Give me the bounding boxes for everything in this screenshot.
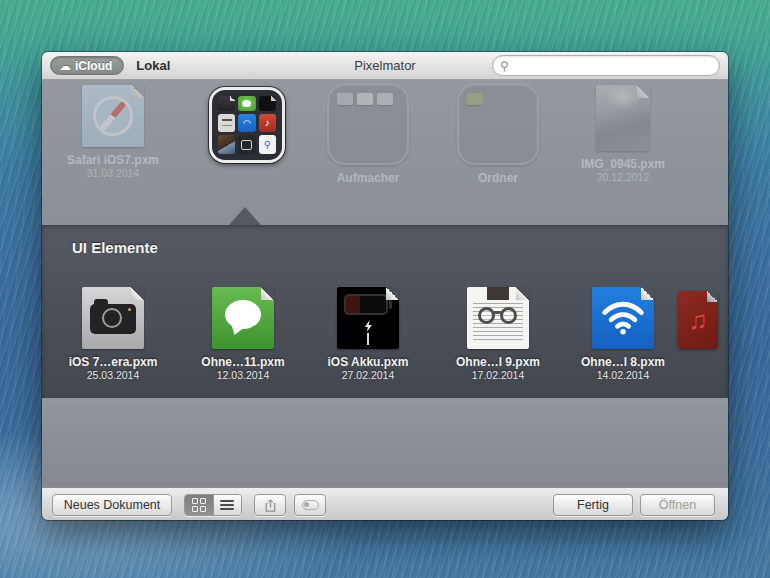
list-view-button[interactable] <box>213 495 241 515</box>
file-date: 25.03.2014 <box>53 369 173 381</box>
folder-preview-row <box>337 93 393 105</box>
share-button[interactable] <box>254 494 286 516</box>
mini-music-icon: ♪ <box>259 114 276 133</box>
file-item-glasses-doc[interactable]: Ohne…l 9.pxm 17.02.2014 <box>438 287 558 381</box>
file-item-music-partial[interactable]: ♫ <box>678 291 718 349</box>
file-name: Ohne…l 9.pxm <box>438 355 558 369</box>
battery-body <box>344 294 388 315</box>
music-note-icon: ♫ <box>688 305 708 336</box>
view-mode-segmented-control <box>184 494 242 516</box>
file-name: Ohne…11.pxm <box>183 355 303 369</box>
mini-photo-icon <box>218 135 235 154</box>
camera-flash-dot <box>128 308 131 311</box>
folder-item-ui-elemente[interactable]: ◠ ♪ ⚲ <box>187 87 307 163</box>
icloud-tab-button[interactable]: ☁ iCloud <box>50 56 124 75</box>
search-icon: ⚲ <box>500 59 509 73</box>
mini-doc-icon <box>467 93 483 105</box>
document-shelf: Safari iOS7.pxm 31.03.2014 ◠ ♪ ⚲ <box>42 80 728 225</box>
expanded-folder-title: UI Elemente <box>72 239 158 256</box>
folder-name: Aufmacher <box>308 171 428 185</box>
camera-lens <box>102 308 122 328</box>
file-name: Safari iOS7.pxm <box>53 153 173 167</box>
file-date: 12.03.2014 <box>183 369 303 381</box>
expanded-folder-panel: UI Elemente iOS 7…era.pxm 25.03.2014 Ohn… <box>42 225 728 398</box>
desktop-wallpaper: { "titlebar": { "icloud_label": "iCloud"… <box>0 0 770 578</box>
mini-glasses-doc-icon <box>218 114 235 133</box>
open-dialog-window: ☁ iCloud Lokal Pixelmator ⚲ Safari iOS7.… <box>42 52 728 520</box>
safari-compass-icon <box>82 85 144 147</box>
grid-view-icon <box>192 498 206 512</box>
file-item-akku[interactable]: iOS Akku.pxm 27.02.2014 <box>308 287 428 381</box>
mini-wifi-icon: ◠ <box>238 114 255 133</box>
file-date: 27.02.2014 <box>308 369 428 381</box>
cloud-icon: ☁ <box>59 60 71 72</box>
mini-doc-icon <box>357 93 373 105</box>
glasses-right-lens <box>500 307 517 324</box>
empty-shelf-area <box>42 398 728 487</box>
mini-magnifier-icon: ⚲ <box>259 135 276 154</box>
folder-thumbnail <box>457 83 539 165</box>
file-date: 17.02.2014 <box>438 369 558 381</box>
titlebar: ☁ iCloud Lokal Pixelmator ⚲ <box>42 52 728 80</box>
toggle-icon <box>302 500 319 510</box>
toggle-button[interactable] <box>294 494 326 516</box>
file-item-camera[interactable]: iOS 7…era.pxm 25.03.2014 <box>53 287 173 381</box>
battery-charging-icon <box>337 287 399 349</box>
new-document-button[interactable]: Neues Dokument <box>52 494 172 516</box>
speech-bubble-tail <box>226 323 245 343</box>
document-glasses-icon <box>467 287 529 349</box>
folder-preview-row <box>467 93 483 105</box>
mini-camera-file-icon <box>218 96 235 111</box>
mini-messages-icon <box>238 96 255 111</box>
mini-doc-icon <box>377 93 393 105</box>
glasses-bridge <box>494 311 502 314</box>
file-date: 20.12.2012 <box>563 171 683 183</box>
mini-frame-icon <box>238 135 255 154</box>
battery-tip <box>389 300 392 309</box>
folder-item-aufmacher[interactable]: Aufmacher <box>308 83 428 185</box>
file-date: 14.02.2014 <box>563 369 683 381</box>
file-name: IMG_0945.pxm <box>563 157 683 171</box>
folder-thumbnail <box>327 83 409 165</box>
selected-folder-thumbnail: ◠ ♪ ⚲ <box>209 87 285 163</box>
folder-name: Ordner <box>438 171 558 185</box>
bottom-toolbar: Neues Dokument Fertig Öffnen <box>42 487 728 520</box>
photo-thumbnail <box>596 85 650 151</box>
share-icon <box>263 498 278 513</box>
glasses-left-lens <box>478 307 495 324</box>
icloud-tab-label: iCloud <box>75 59 112 73</box>
file-item-messages[interactable]: Ohne…11.pxm 12.03.2014 <box>183 287 303 381</box>
file-name: iOS 7…era.pxm <box>53 355 173 369</box>
mini-battery-icon <box>259 96 276 111</box>
charging-cable <box>367 333 369 345</box>
file-item-wifi[interactable]: Ohne…l 8.pxm 14.02.2014 <box>563 287 683 381</box>
done-button[interactable]: Fertig <box>553 494 633 516</box>
panel-notch <box>229 207 261 225</box>
file-date: 31.03.2014 <box>53 167 173 179</box>
grid-view-button[interactable] <box>185 495 213 515</box>
file-name: Ohne…l 8.pxm <box>563 355 683 369</box>
file-name: iOS Akku.pxm <box>308 355 428 369</box>
lightning-bolt-icon <box>364 320 373 332</box>
folder-item-ordner[interactable]: Ordner <box>438 83 558 185</box>
search-input[interactable] <box>509 59 719 73</box>
list-view-icon <box>220 500 234 502</box>
search-field[interactable]: ⚲ <box>492 55 720 76</box>
lokal-tab-button[interactable]: Lokal <box>136 58 170 73</box>
camera-icon <box>82 287 144 349</box>
open-button[interactable]: Öffnen <box>640 494 715 516</box>
mini-doc-icon <box>337 93 353 105</box>
file-item-safari[interactable]: Safari iOS7.pxm 31.03.2014 <box>53 85 173 179</box>
wifi-icon <box>592 287 654 349</box>
messages-bubble-icon <box>212 287 274 349</box>
file-item-img0945[interactable]: IMG_0945.pxm 20.12.2012 <box>563 85 683 183</box>
document-photo <box>487 287 509 300</box>
